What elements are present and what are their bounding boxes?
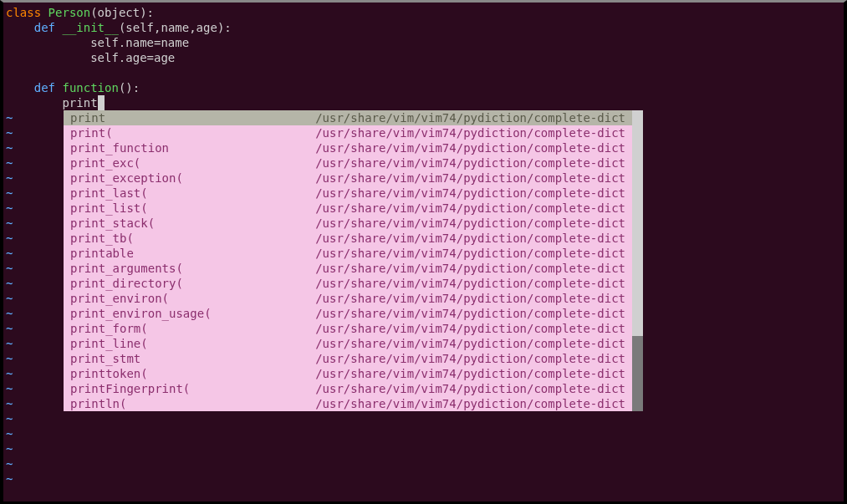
completion-path: /usr/share/vim/vim74/pydiction/complete-… bbox=[315, 201, 625, 216]
tilde: ~ bbox=[6, 276, 13, 291]
completion-path: /usr/share/vim/vim74/pydiction/complete-… bbox=[315, 291, 625, 306]
tilde: ~ bbox=[6, 426, 13, 441]
tilde: ~ bbox=[6, 125, 13, 140]
completion-path: /usr/share/vim/vim74/pydiction/complete-… bbox=[315, 110, 625, 125]
code-line-5 bbox=[6, 65, 844, 80]
completion-name: print_exception( bbox=[70, 171, 183, 186]
completion-item[interactable]: print_environ(/usr/share/vim/vim74/pydic… bbox=[64, 291, 632, 306]
completion-name: print_form( bbox=[70, 321, 148, 336]
tilde: ~ bbox=[6, 186, 13, 201]
completion-name: println( bbox=[70, 396, 126, 411]
completion-path: /usr/share/vim/vim74/pydiction/complete-… bbox=[315, 276, 625, 291]
completion-path: /usr/share/vim/vim74/pydiction/complete-… bbox=[315, 186, 625, 201]
completion-item[interactable]: print_last(/usr/share/vim/vim74/pydictio… bbox=[64, 186, 632, 201]
completion-item[interactable]: print(/usr/share/vim/vim74/pydiction/com… bbox=[64, 125, 632, 140]
vim-editor[interactable]: class Person(object): def __init__(self,… bbox=[3, 3, 844, 110]
empty-line-tildes: ~~~~~~~~~~~~~~~~~~~~ bbox=[6, 110, 13, 411]
tilde: ~ bbox=[6, 396, 13, 411]
completion-path: /usr/share/vim/vim74/pydiction/complete-… bbox=[315, 125, 625, 140]
completion-name: print_last( bbox=[70, 186, 148, 201]
completion-item[interactable]: print_directory(/usr/share/vim/vim74/pyd… bbox=[64, 276, 632, 291]
completion-item[interactable]: print_stmt/usr/share/vim/vim74/pydiction… bbox=[64, 351, 632, 366]
tilde: ~ bbox=[6, 231, 13, 246]
code-line-6: def function(): bbox=[6, 80, 844, 95]
completion-item[interactable]: print_exc(/usr/share/vim/vim74/pydiction… bbox=[64, 155, 632, 171]
keyword-def: def bbox=[34, 21, 55, 34]
completion-name: print_exc( bbox=[70, 155, 140, 171]
text-cursor bbox=[98, 95, 105, 110]
code-line-1: class Person(object): bbox=[6, 5, 844, 20]
tilde: ~ bbox=[6, 216, 13, 231]
completion-name: printtoken( bbox=[70, 366, 148, 381]
keyword-class: class bbox=[6, 6, 41, 19]
tilde: ~ bbox=[6, 246, 13, 261]
tilde: ~ bbox=[6, 261, 13, 276]
completion-item[interactable]: printable/usr/share/vim/vim74/pydiction/… bbox=[64, 246, 632, 261]
completion-item[interactable]: printFingerprint(/usr/share/vim/vim74/py… bbox=[64, 381, 632, 396]
tilde: ~ bbox=[6, 291, 13, 306]
code-line-2: def __init__(self,name,age): bbox=[6, 20, 844, 35]
tilde: ~ bbox=[6, 306, 13, 321]
completion-item[interactable]: print_line(/usr/share/vim/vim74/pydictio… bbox=[64, 336, 632, 351]
completion-name: print_tb( bbox=[70, 231, 134, 246]
completion-name: print( bbox=[70, 125, 113, 140]
completion-name: print_environ_usage( bbox=[70, 306, 212, 321]
completion-item[interactable]: print_arguments(/usr/share/vim/vim74/pyd… bbox=[64, 261, 632, 276]
tilde: ~ bbox=[6, 321, 13, 336]
keyword-def: def bbox=[34, 81, 55, 94]
completion-name: print_environ( bbox=[70, 291, 169, 306]
completion-path: /usr/share/vim/vim74/pydiction/complete-… bbox=[315, 321, 625, 336]
tilde: ~ bbox=[6, 351, 13, 366]
tilde: ~ bbox=[6, 201, 13, 216]
completion-path: /usr/share/vim/vim74/pydiction/complete-… bbox=[315, 246, 625, 261]
tilde: ~ bbox=[6, 381, 13, 396]
code-line-3: self.name=name bbox=[6, 35, 844, 50]
empty-line-tildes-below: ~~~~~ bbox=[6, 411, 13, 486]
completion-path: /usr/share/vim/vim74/pydiction/complete-… bbox=[315, 216, 625, 231]
completion-item[interactable]: println(/usr/share/vim/vim74/pydiction/c… bbox=[64, 396, 632, 411]
completion-name: print_list( bbox=[70, 201, 148, 216]
tilde: ~ bbox=[6, 171, 13, 186]
completion-item[interactable]: print_stack(/usr/share/vim/vim74/pydicti… bbox=[64, 216, 632, 231]
scroll-track[interactable] bbox=[632, 336, 643, 411]
completion-path: /usr/share/vim/vim74/pydiction/complete-… bbox=[315, 396, 625, 411]
completion-name: print_line( bbox=[70, 336, 148, 351]
tilde: ~ bbox=[6, 140, 13, 155]
tilde: ~ bbox=[6, 411, 13, 426]
completion-name: print_function bbox=[70, 140, 169, 155]
completion-item[interactable]: print_function/usr/share/vim/vim74/pydic… bbox=[64, 140, 632, 155]
popup-scrollbar[interactable] bbox=[632, 110, 643, 411]
completion-path: /usr/share/vim/vim74/pydiction/complete-… bbox=[315, 381, 625, 396]
completion-item[interactable]: print_exception(/usr/share/vim/vim74/pyd… bbox=[64, 171, 632, 186]
tilde: ~ bbox=[6, 110, 13, 125]
completion-name: printFingerprint( bbox=[70, 381, 190, 396]
completion-name: print_stmt bbox=[70, 351, 140, 366]
completion-path: /usr/share/vim/vim74/pydiction/complete-… bbox=[315, 351, 625, 366]
completion-path: /usr/share/vim/vim74/pydiction/complete-… bbox=[315, 306, 625, 321]
completion-name: print_stack( bbox=[70, 216, 155, 231]
completion-name: print_arguments( bbox=[70, 261, 183, 276]
tilde: ~ bbox=[6, 441, 13, 456]
completion-item[interactable]: print/usr/share/vim/vim74/pydiction/comp… bbox=[64, 110, 632, 125]
tilde: ~ bbox=[6, 155, 13, 171]
completion-item[interactable]: printtoken(/usr/share/vim/vim74/pydictio… bbox=[64, 366, 632, 381]
func-name: function bbox=[62, 81, 118, 94]
completion-path: /usr/share/vim/vim74/pydiction/complete-… bbox=[315, 366, 625, 381]
tilde: ~ bbox=[6, 336, 13, 351]
completion-path: /usr/share/vim/vim74/pydiction/complete-… bbox=[315, 171, 625, 186]
tilde: ~ bbox=[6, 366, 13, 381]
scroll-thumb[interactable] bbox=[632, 110, 643, 336]
completion-item[interactable]: print_environ_usage(/usr/share/vim/vim74… bbox=[64, 306, 632, 321]
completion-name: print_directory( bbox=[70, 276, 183, 291]
completion-path: /usr/share/vim/vim74/pydiction/complete-… bbox=[315, 155, 625, 171]
completion-item[interactable]: print_tb(/usr/share/vim/vim74/pydiction/… bbox=[64, 231, 632, 246]
tilde: ~ bbox=[6, 471, 13, 486]
code-line-4: self.age=age bbox=[6, 50, 844, 65]
completion-path: /usr/share/vim/vim74/pydiction/complete-… bbox=[315, 261, 625, 276]
completion-path: /usr/share/vim/vim74/pydiction/complete-… bbox=[315, 336, 625, 351]
code-line-7: print bbox=[6, 95, 844, 110]
completion-name: print bbox=[70, 110, 105, 125]
completion-popup[interactable]: print/usr/share/vim/vim74/pydiction/comp… bbox=[64, 110, 632, 411]
completion-item[interactable]: print_list(/usr/share/vim/vim74/pydictio… bbox=[64, 201, 632, 216]
completion-item[interactable]: print_form(/usr/share/vim/vim74/pydictio… bbox=[64, 321, 632, 336]
